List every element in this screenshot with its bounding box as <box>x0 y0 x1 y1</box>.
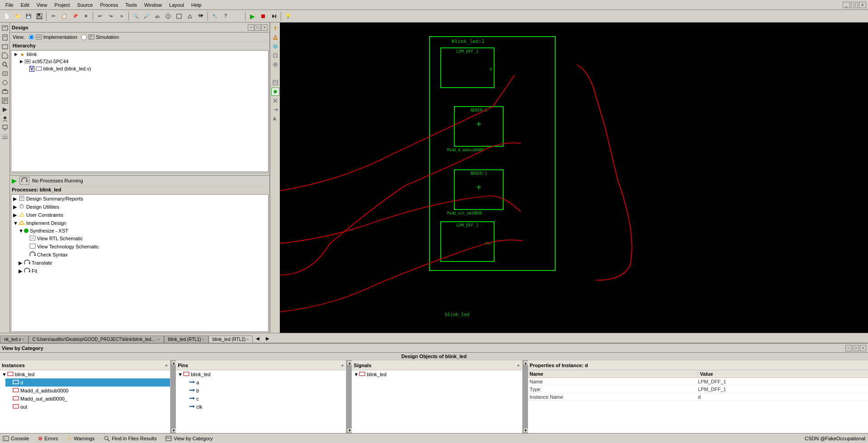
process-item-check-syntax[interactable]: Check Syntax <box>22 251 268 259</box>
paste-button[interactable]: 📌 <box>70 11 80 21</box>
pin-item-blink-led[interactable]: ▼ blink_led <box>176 370 346 378</box>
sidebar-source-icon[interactable] <box>1 33 9 42</box>
save-all-button[interactable] <box>34 11 44 21</box>
search-button[interactable]: 🔍 <box>131 11 141 21</box>
redo-button[interactable]: ↪ <box>106 11 116 21</box>
synthesize-expand[interactable]: ▼ <box>19 228 24 233</box>
menu-process[interactable]: Process <box>96 1 122 9</box>
sidebar-user-icon[interactable] <box>1 115 9 123</box>
light-button[interactable]: 💡 <box>283 11 293 21</box>
schematic-area[interactable]: blink_led:1 LPM_DFF_1 d ADDER:2 + Madd_d… <box>280 23 868 333</box>
hierarchy-item-blink-led[interactable]: V blink_led (blink_led.v) <box>22 65 268 72</box>
process-item-implement[interactable]: ▼ ! Implement Design <box>11 219 268 227</box>
tool4-button[interactable] <box>163 11 173 21</box>
save-button[interactable]: 💾 <box>24 11 33 21</box>
process-item-utilities[interactable]: ▶ Design Utilities <box>11 203 268 211</box>
console-tab[interactable]: >_ Console <box>3 436 29 441</box>
process-item-rtl[interactable]: View RTL Schematic <box>22 234 268 242</box>
constraints-expand[interactable]: ▶ <box>13 212 19 218</box>
file-tab-rtl2-close[interactable]: × <box>246 337 249 342</box>
file-tab-rtl2[interactable]: blink_led (RTL2) × <box>208 336 253 343</box>
menu-help[interactable]: Help <box>188 1 205 9</box>
cut-button[interactable]: ✂ <box>48 11 58 21</box>
design-panel-float-btn[interactable]: □ <box>255 24 261 31</box>
new-button[interactable]: 📄 <box>2 11 12 21</box>
bottom-panel-toggle[interactable]: ↔ <box>845 345 852 351</box>
blink-expand-icon[interactable]: ▶ <box>13 51 19 57</box>
simulation-radio[interactable] <box>81 34 87 40</box>
run-button[interactable]: ▶ <box>247 11 257 21</box>
sidebar-constraint-icon[interactable] <box>1 79 9 87</box>
tool5-button[interactable] <box>174 11 184 21</box>
menu-source[interactable]: Source <box>74 1 97 9</box>
instance-item-madd-d[interactable]: Madd_d_addsub0000 <box>5 387 170 395</box>
pin-item-b[interactable]: b <box>181 387 346 395</box>
close-button[interactable]: × <box>859 2 866 8</box>
pin-item-a[interactable]: a <box>181 378 346 387</box>
rs-btn9[interactable] <box>271 106 279 114</box>
instance-item-blink-led[interactable]: ▼ blink_led <box>0 370 170 378</box>
file-tab-nav-prev[interactable]: ◀ <box>253 334 263 343</box>
warnings-tab[interactable]: ⚠ Warnings <box>67 435 94 442</box>
file-tab-blink-led-v[interactable]: nk_led.v × <box>0 336 28 343</box>
rs-btn7[interactable] <box>271 88 279 96</box>
view-category-tab[interactable]: View by Category <box>165 436 212 441</box>
rs-btn4[interactable] <box>271 51 279 60</box>
pin-blink-expand[interactable]: ▼ <box>178 372 183 377</box>
simulation-radio-label[interactable]: Simulation <box>81 34 119 40</box>
pin-item-c[interactable]: c <box>181 395 346 403</box>
process-item-translate[interactable]: ▶ Translate <box>17 259 268 267</box>
menu-window[interactable]: Window <box>141 1 165 9</box>
undo-button[interactable]: ↩ <box>95 11 105 21</box>
instances-scrollbar[interactable]: ▲ ▼ <box>170 360 176 433</box>
signal-item-blink-led[interactable]: ▼ blink_led <box>352 370 522 378</box>
design-panel-toggle-btn[interactable]: ↔ <box>248 24 254 31</box>
step-button[interactable] <box>269 11 279 21</box>
sidebar-pin-icon[interactable] <box>1 124 9 132</box>
stop-button[interactable] <box>258 11 268 21</box>
rs-btn10[interactable]: A <box>271 115 279 123</box>
inst-blink-expand[interactable]: ▼ <box>2 372 7 377</box>
delete-button[interactable]: ✕ <box>81 11 91 21</box>
menu-view[interactable]: View <box>33 1 51 9</box>
pin-item-clk[interactable]: clk <box>181 403 346 411</box>
bottom-panel-close[interactable]: × <box>860 345 866 351</box>
implementation-radio[interactable] <box>28 34 34 40</box>
file-tab-rtl1[interactable]: blink_led (RTL1) × <box>164 336 208 343</box>
wrench-button[interactable]: 🔧 <box>210 11 220 21</box>
pins-scrollbar[interactable]: ▲ ▼ <box>346 360 352 433</box>
sidebar-schematic-icon[interactable] <box>1 70 9 78</box>
find-results-tab[interactable]: Find in Files Results <box>104 436 156 441</box>
restore-button[interactable]: □ <box>851 2 858 8</box>
sidebar-layer-icon[interactable] <box>1 133 9 141</box>
instance-item-out[interactable]: out <box>5 403 170 411</box>
chip-expand-icon[interactable]: ▶ <box>19 59 24 64</box>
bottom-panel-float[interactable]: □ <box>853 345 859 351</box>
menu-tools[interactable]: Tools <box>122 1 141 9</box>
instance-item-d[interactable]: d <box>5 378 170 387</box>
sidebar-lib-icon[interactable] <box>1 42 9 51</box>
file-tab-applet-close[interactable]: × <box>157 337 160 342</box>
minimize-button[interactable]: _ <box>843 2 850 8</box>
sidebar-design-icon[interactable] <box>1 24 9 33</box>
translate-expand[interactable]: ▶ <box>19 260 24 266</box>
menu-layout[interactable]: Layout <box>165 1 188 9</box>
signals-scrollbar[interactable]: ▲ ▼ <box>523 360 528 433</box>
rs-btn6[interactable] <box>271 79 279 87</box>
sidebar-files-icon[interactable] <box>1 51 9 60</box>
errors-tab[interactable]: ⊗ Errors <box>38 435 58 442</box>
menu-project[interactable]: Project <box>51 1 73 9</box>
open-button[interactable]: 📁 <box>13 11 23 21</box>
file-tab-rtl1-close[interactable]: × <box>202 337 204 342</box>
tool6-button[interactable] <box>185 11 195 21</box>
menu-file[interactable]: File <box>2 1 17 9</box>
hierarchy-item-chip[interactable]: ▶ xc9572xl-5PC44 <box>17 58 268 65</box>
sidebar-search-icon[interactable] <box>1 61 9 69</box>
process-item-summary[interactable]: ▶ Design Summary/Reports <box>11 195 268 203</box>
file-tab-blink-led-v-close[interactable]: × <box>22 337 24 342</box>
sidebar-timing-icon[interactable] <box>1 88 9 96</box>
process-item-synthesize[interactable]: ▼ Synthesize - XST <box>17 227 268 234</box>
process-item-constraints[interactable]: ▶ User Constraints <box>11 211 268 219</box>
file-tab-nav-next[interactable]: ▶ <box>263 334 273 343</box>
implement-expand[interactable]: ▼ <box>13 220 19 226</box>
